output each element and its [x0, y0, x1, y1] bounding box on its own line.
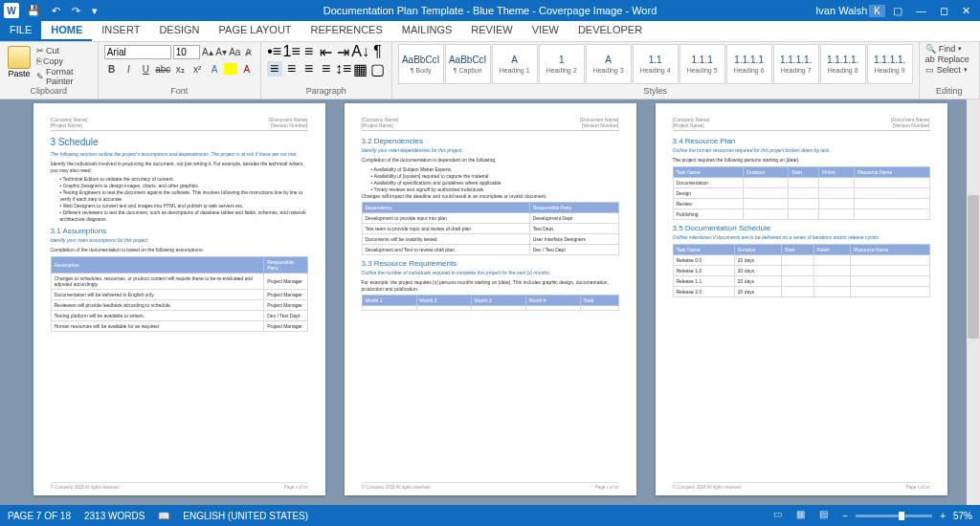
- copy-icon: ⎘: [36, 56, 41, 66]
- zoom-handle[interactable]: [899, 512, 904, 520]
- superscript-button[interactable]: x²: [189, 61, 205, 77]
- tab-page-layout[interactable]: PAGE LAYOUT: [210, 21, 301, 41]
- editing-group-label: Editing: [925, 86, 973, 97]
- user-name[interactable]: Ivan Walsh: [815, 5, 867, 16]
- group-clipboard: Paste ✂Cut ⎘Copy ✎Format Painter Clipboa…: [0, 42, 99, 99]
- ribbon-options-icon[interactable]: ▢: [887, 5, 908, 17]
- borders-button[interactable]: ▢: [370, 61, 386, 77]
- replace-button[interactable]: abReplace: [925, 55, 973, 64]
- paragraph-group-label: Paragraph: [267, 86, 386, 97]
- font-group-label: Font: [104, 86, 255, 97]
- justify-button[interactable]: ≡: [319, 61, 334, 77]
- zoom-out-button[interactable]: −: [842, 511, 848, 521]
- page-indicator[interactable]: PAGE 7 OF 18: [8, 511, 71, 521]
- undo-icon[interactable]: ↶: [48, 5, 64, 17]
- numbering-button[interactable]: 1≡: [284, 44, 300, 59]
- read-mode-button[interactable]: ▭: [773, 509, 789, 522]
- underline-button[interactable]: U: [138, 61, 153, 77]
- style-heading-5[interactable]: 1.1.1Heading 5: [679, 44, 725, 84]
- style-heading-9[interactable]: 1.1.1.1.Heading 9: [867, 44, 913, 84]
- font-color-button[interactable]: A: [239, 61, 255, 77]
- inc-indent-button[interactable]: ⇥: [336, 44, 351, 59]
- group-styles: AaBbCcI¶ BodyAaBbCcI¶ CaptionAHeading 11…: [392, 42, 920, 99]
- document-workspace[interactable]: [Company Name][Project Name][Document Na…: [0, 99, 980, 505]
- maximize-icon[interactable]: ◻: [934, 5, 954, 17]
- font-name-input[interactable]: [104, 45, 171, 59]
- word-count[interactable]: 2313 WORDS: [84, 511, 145, 521]
- page-7[interactable]: [Company Name][Project Name][Document Na…: [33, 103, 325, 495]
- subscript-button[interactable]: x₂: [172, 61, 188, 77]
- style-heading-1[interactable]: AHeading 1: [492, 44, 538, 84]
- minimize-icon[interactable]: —: [910, 5, 932, 16]
- spell-check-icon[interactable]: 📖: [158, 511, 169, 521]
- style-heading-6[interactable]: 1.1.1.1Heading 6: [726, 44, 772, 84]
- app-icon: W: [4, 3, 19, 18]
- style-heading-3[interactable]: AHeading 3: [586, 44, 632, 84]
- style-heading-2[interactable]: 1Heading 2: [539, 44, 585, 84]
- close-icon[interactable]: ✕: [956, 5, 976, 17]
- format-painter-button[interactable]: ✎Format Painter: [36, 67, 92, 86]
- cut-icon: ✂: [36, 46, 44, 55]
- window-title: Documentation Plan Template - Blue Theme…: [323, 5, 657, 16]
- font-size-input[interactable]: [173, 45, 200, 59]
- paste-button[interactable]: Paste: [6, 44, 33, 86]
- save-icon[interactable]: 💾: [23, 5, 44, 17]
- group-editing: 🔍Find▾ abReplace ▭Select▾ Editing: [920, 42, 980, 99]
- tab-file[interactable]: FILE: [0, 21, 41, 41]
- align-left-button[interactable]: ≡: [267, 61, 282, 77]
- style--caption[interactable]: AaBbCcI¶ Caption: [445, 44, 491, 84]
- bullets-button[interactable]: •≡: [267, 44, 282, 59]
- italic-button[interactable]: I: [122, 61, 137, 77]
- tab-references[interactable]: REFERENCES: [301, 21, 392, 41]
- sort-button[interactable]: A↓: [353, 44, 368, 59]
- find-button[interactable]: 🔍Find▾: [925, 44, 973, 54]
- shrink-font-button[interactable]: A▾: [215, 44, 227, 59]
- clipboard-group-label: Clipboard: [6, 86, 92, 97]
- select-button[interactable]: ▭Select▾: [925, 65, 973, 75]
- tab-home[interactable]: HOME: [41, 21, 92, 41]
- show-marks-button[interactable]: ¶: [370, 44, 386, 59]
- replace-icon: ab: [925, 55, 935, 64]
- redo-icon[interactable]: ↷: [68, 5, 84, 17]
- style-heading-4[interactable]: 1.1Heading 4: [633, 44, 679, 84]
- multilevel-button[interactable]: ≡: [301, 44, 317, 59]
- language-indicator[interactable]: ENGLISH (UNITED STATES): [183, 511, 308, 521]
- vertical-scrollbar[interactable]: [967, 99, 980, 505]
- titlebar: W 💾 ↶ ↷ ▾ Documentation Plan Template - …: [0, 0, 980, 21]
- page-9[interactable]: [Company Name][Project Name][Document Na…: [656, 103, 947, 495]
- zoom-level[interactable]: 57%: [953, 511, 972, 521]
- highlight-button[interactable]: [224, 63, 237, 75]
- copy-button[interactable]: ⎘Copy: [36, 56, 92, 66]
- shading-button[interactable]: ▦: [353, 61, 368, 77]
- tab-review[interactable]: REVIEW: [461, 21, 522, 41]
- web-layout-button[interactable]: ▤: [819, 509, 835, 522]
- qat-customize-icon[interactable]: ▾: [88, 5, 101, 17]
- scroll-thumb[interactable]: [968, 195, 979, 339]
- dec-indent-button[interactable]: ⇤: [319, 44, 334, 59]
- style--body[interactable]: AaBbCcI¶ Body: [398, 44, 444, 84]
- align-center-button[interactable]: ≡: [284, 61, 300, 77]
- line-spacing-button[interactable]: ↕≡: [336, 61, 351, 77]
- bold-button[interactable]: B: [104, 61, 120, 77]
- strike-button[interactable]: abc: [155, 61, 170, 77]
- page-8[interactable]: [Company Name][Project Name][Document Na…: [345, 103, 636, 495]
- style-heading-7[interactable]: 1.1.1.1.Heading 7: [773, 44, 819, 84]
- align-right-button[interactable]: ≡: [301, 61, 317, 77]
- tab-mailings[interactable]: MAILINGS: [392, 21, 462, 41]
- style-heading-8[interactable]: 1.1.1.1.Heading 8: [820, 44, 866, 84]
- tab-design[interactable]: DESIGN: [149, 21, 209, 41]
- tab-view[interactable]: VIEW: [523, 21, 568, 41]
- cut-button[interactable]: ✂Cut: [36, 46, 92, 55]
- grow-font-button[interactable]: A▴: [202, 44, 213, 59]
- text-effects-button[interactable]: A: [207, 61, 222, 77]
- user-badge[interactable]: K: [869, 5, 885, 17]
- group-font: A▴ A▾ Aa A̷ B I U abc x₂ x² A A Font: [99, 42, 261, 99]
- select-label: Select: [937, 65, 961, 75]
- zoom-slider[interactable]: [856, 515, 932, 517]
- tab-developer[interactable]: DEVELOPER: [568, 21, 652, 41]
- print-layout-button[interactable]: ▦: [796, 509, 812, 522]
- tab-insert[interactable]: INSERT: [92, 21, 149, 41]
- zoom-in-button[interactable]: +: [940, 511, 946, 521]
- change-case-button[interactable]: Aa: [229, 44, 240, 59]
- clear-format-button[interactable]: A̷: [242, 44, 254, 59]
